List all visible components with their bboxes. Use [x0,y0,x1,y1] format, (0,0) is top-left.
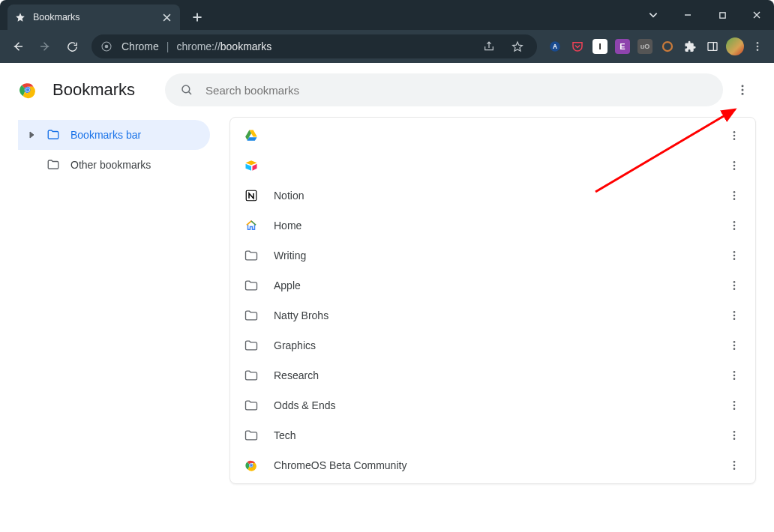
sidebar-item-bookmarks-bar[interactable]: Bookmarks bar [18,120,210,150]
svg-point-42 [734,348,736,350]
organize-menu-button[interactable] [729,76,756,103]
chrome-icon [244,458,259,473]
bookmark-more-button[interactable] [722,154,746,178]
svg-point-31 [734,251,736,253]
svg-point-38 [734,315,736,317]
bookmark-more-button[interactable] [722,423,746,447]
bookmark-row[interactable]: Graphics [230,330,755,360]
bookmark-more-button[interactable] [722,363,746,387]
sidebar-item-label: Other bookmarks [70,159,151,171]
address-bar[interactable]: Chrome | chrome://bookmarks [92,34,537,58]
bookmark-more-button[interactable] [722,214,746,238]
svg-point-47 [734,405,736,407]
bookmark-more-button[interactable] [722,393,746,417]
svg-point-5 [663,42,672,51]
content-wrapper: Bookmarks Bookmarks bar [0,63,774,532]
titlebar: Bookmarks [0,0,774,30]
svg-text:A: A [553,43,557,50]
bookmark-title: Apple [274,279,722,291]
bookmark-row[interactable]: Writing [230,241,755,270]
bookmark-title: Odds & Ends [274,399,722,411]
svg-point-17 [742,93,744,95]
bookmark-more-button[interactable] [722,333,746,357]
bookmark-row[interactable]: Odds & Ends [230,390,755,420]
extensions-puzzle-icon[interactable] [680,36,700,57]
browser-toolbar: Chrome | chrome://bookmarks A I E uO [0,30,774,63]
folder-icon [244,248,259,263]
svg-point-16 [742,89,744,91]
profile-avatar[interactable] [724,36,746,57]
window-dropdown-button[interactable] [636,0,670,30]
bookmark-title: ChromeOS Beta Community [274,459,722,471]
reload-button[interactable] [60,34,84,58]
expand-arrow-icon[interactable] [28,131,36,139]
svg-point-40 [734,341,736,343]
sidebar: Bookmarks bar Other bookmarks [18,117,210,526]
bookmark-more-button[interactable] [722,184,746,208]
svg-point-20 [734,138,736,140]
bookmark-row[interactable]: ChromeOS Beta Community [230,450,755,480]
bookmark-title: Research [274,369,722,381]
extension-i-icon[interactable]: I [590,36,610,57]
search-input[interactable] [206,84,708,97]
new-tab-button[interactable] [186,6,208,28]
bookmark-row[interactable]: Tech [230,420,755,450]
bookmark-row[interactable]: Apple [230,270,755,300]
svg-point-28 [734,221,736,223]
maximize-button[interactable] [705,0,740,30]
drive-icon [244,128,259,143]
svg-point-56 [734,461,736,463]
svg-point-48 [734,408,736,410]
sidebar-item-other-bookmarks[interactable]: Other bookmarks [18,150,210,180]
bookmark-row[interactable]: Research [230,360,755,390]
svg-point-57 [734,465,736,467]
search-box[interactable] [165,73,723,106]
bookmark-row[interactable] [230,121,755,151]
bookmark-row[interactable]: Notion [230,181,755,211]
url-scheme-label: Chrome [122,40,159,52]
pocket-icon[interactable] [567,36,588,57]
extension-icon[interactable]: A [544,36,566,57]
bookmark-more-button[interactable] [722,303,746,327]
back-button[interactable] [6,34,30,58]
window-controls [636,0,774,30]
extension-shield-icon[interactable]: uO [634,36,656,57]
bookmark-title: Notion [274,190,722,202]
page-body: Bookmarks bar Other bookmarks NotionHome… [6,117,768,526]
bookmark-more-button[interactable] [722,453,746,477]
svg-point-9 [757,49,759,51]
svg-point-36 [734,288,736,290]
svg-point-13 [26,88,29,91]
bookmark-more-button[interactable] [722,124,746,148]
minimize-button[interactable] [670,0,705,30]
forward-button[interactable] [33,34,57,58]
bookmark-more-button[interactable] [722,273,746,297]
svg-point-29 [734,225,736,227]
close-window-button[interactable] [740,0,774,30]
tab-close-button[interactable] [160,11,172,23]
bookmark-list: NotionHomeWritingAppleNatty BrohsGraphic… [230,117,756,484]
star-icon [15,12,26,22]
browser-tab[interactable]: Bookmarks [8,4,180,30]
notion-icon [244,188,259,203]
extension-circle-icon[interactable] [657,36,678,57]
svg-point-22 [734,165,736,167]
folder-icon [46,128,60,142]
svg-point-14 [182,85,190,93]
bookmark-more-button[interactable] [722,244,746,267]
extension-e-icon[interactable]: E [612,36,633,57]
share-icon[interactable] [478,36,500,57]
svg-point-35 [734,285,736,287]
bookmark-row[interactable] [230,151,755,181]
tab-title: Bookmarks [33,12,153,22]
chrome-menu-button[interactable] [747,36,768,57]
bookmark-star-icon[interactable] [507,36,528,57]
svg-rect-6 [708,43,717,51]
side-panel-icon[interactable] [702,36,723,57]
bookmark-row[interactable]: Natty Brohs [230,300,755,330]
svg-point-33 [734,258,736,260]
folder-icon [244,308,259,323]
svg-point-23 [734,168,736,170]
bookmark-row[interactable]: Home [230,211,755,241]
svg-point-15 [742,85,744,87]
